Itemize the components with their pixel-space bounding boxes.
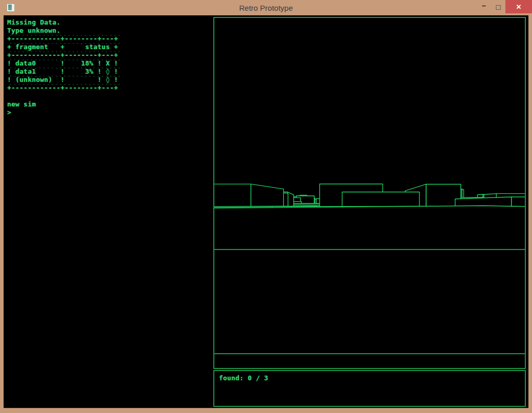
close-icon: ✕	[516, 3, 522, 11]
hud-panel: found: 0 / 3	[213, 370, 526, 407]
client-area: Missing Data. Type unknown. +-----------…	[4, 15, 528, 408]
maximize-button[interactable]: □	[491, 0, 505, 13]
titlebar[interactable]: Retro Prototype – □ ✕	[0, 0, 532, 15]
app-icon-pane-right	[12, 5, 14, 10]
minimize-icon: –	[482, 2, 486, 10]
minimize-button[interactable]: –	[477, 0, 491, 13]
terminal-prompt[interactable]: >	[7, 108, 118, 117]
wireframe-scene-canvas[interactable]	[214, 18, 525, 368]
window-controls: – □ ✕	[477, 0, 532, 13]
found-counter: found: 0 / 3	[219, 374, 268, 382]
app-icon-pane	[8, 5, 12, 10]
maximize-icon: □	[496, 3, 500, 11]
close-button[interactable]: ✕	[505, 0, 532, 13]
terminal: Missing Data. Type unknown. +-----------…	[7, 18, 118, 117]
app-icon	[7, 4, 15, 12]
viewport-panel	[213, 17, 526, 369]
terminal-command: new sim	[7, 100, 118, 108]
window-title: Retro Prototype	[0, 4, 532, 12]
app-window: Retro Prototype – □ ✕ Missing Data. Type…	[0, 0, 532, 413]
terminal-output: Missing Data. Type unknown. +-----------…	[7, 18, 118, 92]
